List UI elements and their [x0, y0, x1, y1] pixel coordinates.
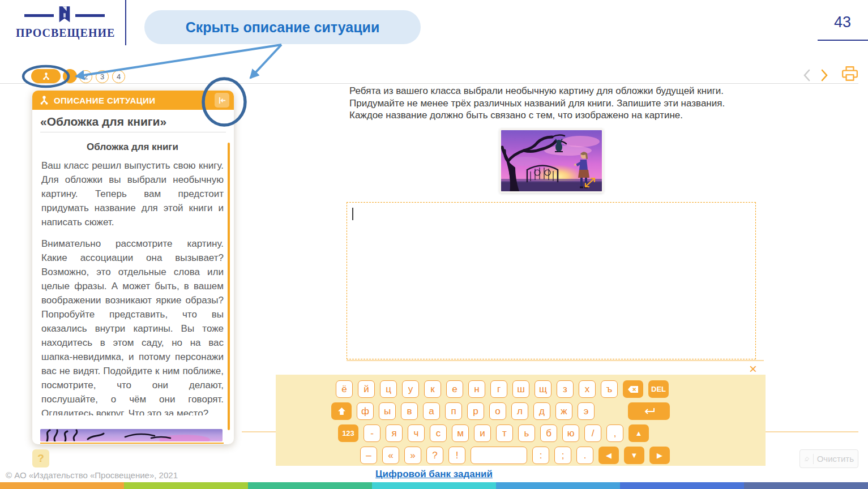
key[interactable]: ю	[562, 424, 579, 442]
task-bank-link[interactable]: Цифровой банк заданий	[375, 469, 493, 479]
numbers-mode-key[interactable]: 123	[338, 424, 358, 442]
collapse-panel-button[interactable]	[215, 93, 229, 108]
footer-stripe-segment	[372, 482, 496, 489]
key[interactable]: !	[448, 447, 465, 464]
key[interactable]: ж	[555, 402, 572, 420]
arrow-up-key[interactable]: ▲	[628, 424, 649, 442]
arrow-right-key[interactable]: ▶	[649, 447, 670, 464]
task-text-line: Каждое название должно быть связано с те…	[349, 109, 725, 122]
key[interactable]: э	[578, 402, 595, 420]
situation-icon	[39, 95, 49, 105]
help-button[interactable]: ?	[32, 449, 49, 467]
text-cursor	[352, 208, 353, 220]
key[interactable]: х	[579, 380, 596, 398]
key[interactable]: я	[386, 424, 403, 442]
key[interactable]: ы	[379, 402, 396, 420]
key[interactable]: т	[496, 424, 513, 442]
answer-textarea[interactable]	[347, 202, 756, 359]
key[interactable]: н	[468, 380, 485, 398]
tab-task[interactable]: 4	[112, 70, 125, 83]
footer-stripe-segment	[744, 482, 868, 489]
key[interactable]: б	[540, 424, 557, 442]
arrow-down-key[interactable]: ▼	[624, 447, 644, 464]
logo-bar	[24, 14, 54, 17]
key[interactable]: д	[533, 402, 550, 420]
enter-icon	[643, 407, 655, 415]
task-text-line: Придумайте не менее трёх различных назва…	[349, 97, 725, 110]
arrow-left-key[interactable]: ◀	[598, 447, 619, 464]
publisher-logo-text: ПРОСВЕЩЕНИЕ	[16, 27, 113, 40]
key[interactable]: ш	[512, 380, 529, 398]
footer-stripe-segment	[124, 482, 248, 489]
eraser-icon	[804, 454, 810, 464]
key[interactable]: ?	[426, 447, 443, 464]
key[interactable]: .	[576, 447, 593, 464]
situation-description-panel: ОПИСАНИЕ СИТУАЦИИ «Обложка для книги» Об…	[32, 91, 234, 444]
panel-picture-preview	[40, 429, 223, 441]
task-picture[interactable]	[499, 128, 604, 193]
key[interactable]: ё	[336, 380, 353, 398]
key[interactable]: ь	[518, 424, 535, 442]
app-window: ПРОСВЕЩЕНИЕ Скрыть описание ситуации 43 …	[0, 0, 868, 489]
key[interactable]: а	[423, 402, 440, 420]
key[interactable]: :	[532, 447, 549, 464]
key[interactable]: к	[424, 380, 441, 398]
panel-bottom-border	[40, 443, 224, 444]
key[interactable]: з	[557, 380, 574, 398]
key[interactable]: п	[445, 402, 462, 420]
shift-key[interactable]	[331, 402, 352, 420]
key[interactable]: и	[474, 424, 491, 442]
panel-title: ОПИСАНИЕ СИТУАЦИИ	[54, 96, 155, 105]
space-key[interactable]	[471, 447, 527, 464]
logo-bar	[75, 14, 105, 17]
bank-link-wrap: Цифровой банк заданий	[0, 469, 868, 480]
task-text-line: Ребята из вашего класса выбрали необычну…	[349, 85, 725, 97]
backspace-key[interactable]	[623, 380, 643, 398]
prev-page-icon[interactable]	[803, 69, 812, 82]
key[interactable]: ф	[357, 402, 374, 420]
tab-task[interactable]: 3	[96, 70, 109, 83]
key[interactable]: -	[364, 424, 380, 442]
next-page-icon[interactable]	[821, 69, 830, 82]
tab-task-1[interactable]	[63, 69, 77, 83]
key[interactable]: г	[490, 380, 507, 398]
panel-scrollbar[interactable]	[228, 143, 230, 430]
key[interactable]: ;	[554, 447, 571, 464]
key[interactable]: щ	[535, 380, 551, 398]
key[interactable]: е	[446, 380, 463, 398]
key[interactable]: й	[358, 380, 375, 398]
header-divider	[125, 0, 126, 45]
key[interactable]: м	[452, 424, 469, 442]
key[interactable]: л	[511, 402, 528, 420]
keyboard-close-icon[interactable]: ×	[746, 362, 760, 376]
footer-stripe-segment	[248, 482, 372, 489]
footer-stripe-segment	[0, 482, 124, 489]
delete-key[interactable]: DEL	[648, 380, 669, 398]
key[interactable]: ч	[408, 424, 425, 442]
key[interactable]: р	[467, 402, 484, 420]
tab-situation-description[interactable]	[31, 69, 61, 83]
situation-paragraphs: Ваш класс решил выпустить свою книгу. Дл…	[41, 159, 224, 415]
key[interactable]: у	[402, 380, 419, 398]
key[interactable]: «	[382, 447, 399, 464]
situation-paragraph: Внимательно рассмотрите картину. Какие а…	[41, 237, 224, 415]
clear-button-label: Очистить	[817, 454, 854, 464]
key[interactable]: с	[430, 424, 447, 442]
key[interactable]: ъ	[601, 380, 618, 398]
key[interactable]: »	[404, 447, 421, 464]
key[interactable]: в	[401, 402, 418, 420]
key[interactable]: о	[489, 402, 506, 420]
print-icon[interactable]	[841, 66, 858, 83]
key[interactable]: ,	[606, 424, 623, 442]
key[interactable]: ц	[380, 380, 397, 398]
key[interactable]: –	[360, 447, 377, 464]
situation-title: «Обложка для книги»	[32, 110, 234, 132]
enter-key[interactable]	[628, 402, 670, 420]
key[interactable]: /	[584, 424, 601, 442]
situation-text: Обложка для книги Ваш класс решил выпуст…	[32, 132, 234, 415]
situation-text-heading: Обложка для книги	[41, 140, 224, 155]
tab-task[interactable]: 2	[79, 70, 92, 83]
panel-header: ОПИСАНИЕ СИТУАЦИИ	[32, 91, 234, 110]
clear-button[interactable]: Очистить	[799, 449, 858, 468]
situation-icon	[42, 72, 50, 80]
